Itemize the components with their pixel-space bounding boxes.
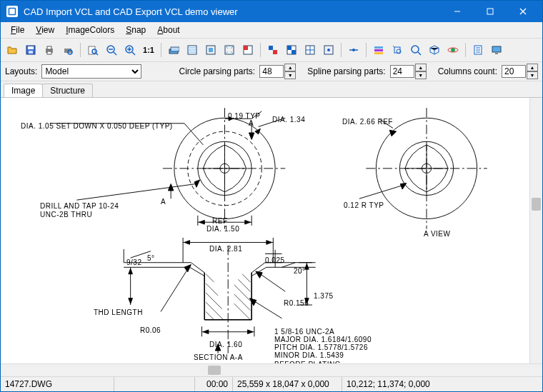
status-empty1 <box>114 377 195 391</box>
horizontal-scrollbar[interactable] <box>1 363 542 376</box>
layouts-label: Layouts: <box>5 66 37 76</box>
columns-count-input[interactable] <box>502 65 526 78</box>
circle-parts-input[interactable] <box>259 65 284 78</box>
svg-rect-7 <box>28 46 34 49</box>
svg-rect-10 <box>47 46 51 49</box>
svg-line-85 <box>206 302 223 319</box>
circle-parts-up[interactable]: ▲ <box>284 64 296 71</box>
svg-line-19 <box>114 52 116 55</box>
app-icon <box>6 6 18 17</box>
svg-line-82 <box>206 274 214 282</box>
spline-parts-label: Spline parsing parts: <box>307 66 385 76</box>
tool-pan-button[interactable] <box>389 41 406 59</box>
svg-rect-25 <box>171 47 179 51</box>
maximize-button[interactable] <box>474 1 507 22</box>
window-title: CAD Import VCL and CAD Export VCL demo v… <box>24 6 441 17</box>
svg-rect-31 <box>244 46 248 50</box>
status-filename: 14727.DWG <box>1 377 114 391</box>
drawing-canvas[interactable]: DIA. 1.05 SET DOWN X 0.050 DEEP (TYP) 0.… <box>1 98 529 363</box>
svg-rect-32 <box>269 46 273 50</box>
svg-rect-42 <box>374 46 383 49</box>
status-extent: 25,559 x 18,047 x 0,000 <box>233 377 342 391</box>
vscroll-thumb[interactable] <box>532 198 541 211</box>
svg-rect-57 <box>495 53 498 54</box>
tool-fit-button[interactable] <box>202 41 219 59</box>
hscroll-thumb[interactable] <box>208 366 221 375</box>
tab-structure[interactable]: Structure <box>42 84 93 97</box>
svg-line-87 <box>242 274 250 282</box>
svg-rect-8 <box>29 51 33 54</box>
title-bar: CAD Import VCL and CAD Export VCL demo v… <box>1 1 542 22</box>
svg-line-23 <box>132 52 135 55</box>
tool-snap-button[interactable] <box>320 41 337 59</box>
svg-rect-35 <box>287 46 292 50</box>
tool-properties-button[interactable] <box>469 41 487 59</box>
tool-extents-button[interactable] <box>221 41 238 59</box>
minimize-button[interactable] <box>441 1 474 22</box>
tool-swap-button[interactable] <box>264 41 282 59</box>
menu-imagecolors[interactable]: ImageColors <box>60 24 120 36</box>
tool-screen-button[interactable] <box>488 41 505 59</box>
tool-grid-button[interactable] <box>302 41 319 59</box>
canvas-area: DIA. 1.05 SET DOWN X 0.050 DEEP (TYP) 0.… <box>1 97 542 363</box>
menu-about[interactable]: About <box>151 24 185 36</box>
svg-point-41 <box>352 49 355 51</box>
svg-rect-36 <box>292 50 296 54</box>
find-button[interactable] <box>84 41 101 59</box>
tool-orbit-button[interactable] <box>444 41 462 59</box>
zoom-11-button[interactable]: 1:1 <box>140 41 157 59</box>
svg-line-16 <box>96 53 98 55</box>
spline-parts-input[interactable] <box>390 65 414 78</box>
close-button[interactable] <box>507 1 539 22</box>
menu-bar: File View ImageColors Snap About <box>1 22 542 39</box>
svg-line-88 <box>238 279 250 291</box>
zoom-out-button[interactable] <box>103 41 120 59</box>
svg-rect-3 <box>487 9 493 14</box>
columns-count-up[interactable]: ▲ <box>527 64 538 71</box>
tool-3d-button[interactable] <box>426 41 443 59</box>
columns-count-down[interactable]: ▼ <box>527 71 538 79</box>
tab-image[interactable]: Image <box>4 84 43 97</box>
status-bar: 14727.DWG 00:00 25,559 x 18,047 x 0,000 … <box>1 376 542 391</box>
tool-zoom-window-button[interactable] <box>407 41 424 59</box>
layouts-select[interactable]: Model <box>41 64 141 79</box>
zoom-in-button[interactable] <box>121 41 139 59</box>
tool-checker-button[interactable] <box>283 41 300 59</box>
svg-line-83 <box>206 283 218 296</box>
print-button[interactable] <box>41 41 58 59</box>
vertical-scrollbar[interactable] <box>529 98 542 363</box>
save-button[interactable] <box>22 41 39 59</box>
svg-line-91 <box>234 303 251 320</box>
svg-line-89 <box>234 285 251 301</box>
toolbar: 1:1 <box>1 39 542 62</box>
print-preview-button[interactable] <box>59 41 76 59</box>
svg-rect-11 <box>47 51 51 54</box>
spline-parts-down[interactable]: ▼ <box>415 71 427 79</box>
svg-rect-28 <box>209 48 213 52</box>
spline-parts-up[interactable]: ▲ <box>415 64 427 71</box>
svg-point-39 <box>327 49 330 51</box>
svg-rect-43 <box>374 49 383 51</box>
svg-rect-1 <box>9 9 15 14</box>
tool-select-button[interactable] <box>239 41 256 59</box>
columns-count-label: Columns count: <box>438 66 497 76</box>
tool-layers-button[interactable] <box>165 41 182 59</box>
svg-rect-56 <box>492 46 501 52</box>
status-coords: 10,212; 11,374; 0,000 <box>342 377 542 391</box>
circle-parts-down[interactable]: ▼ <box>284 71 296 79</box>
menu-view[interactable]: View <box>30 24 60 36</box>
menu-file[interactable]: File <box>5 24 30 36</box>
open-button[interactable] <box>4 41 21 59</box>
cad-drawing <box>1 98 529 363</box>
tab-bar: Image Structure <box>1 81 542 97</box>
svg-line-105 <box>131 251 151 258</box>
svg-rect-33 <box>273 50 277 54</box>
status-time: 00:00 <box>195 377 233 391</box>
svg-point-50 <box>451 48 455 52</box>
tool-split-h-button[interactable] <box>345 41 362 59</box>
svg-line-49 <box>418 52 421 55</box>
svg-line-84 <box>206 293 222 309</box>
menu-snap[interactable]: Snap <box>120 24 151 36</box>
tool-layer-mgr-button[interactable] <box>370 41 387 59</box>
tool-hatch-button[interactable] <box>184 41 201 59</box>
